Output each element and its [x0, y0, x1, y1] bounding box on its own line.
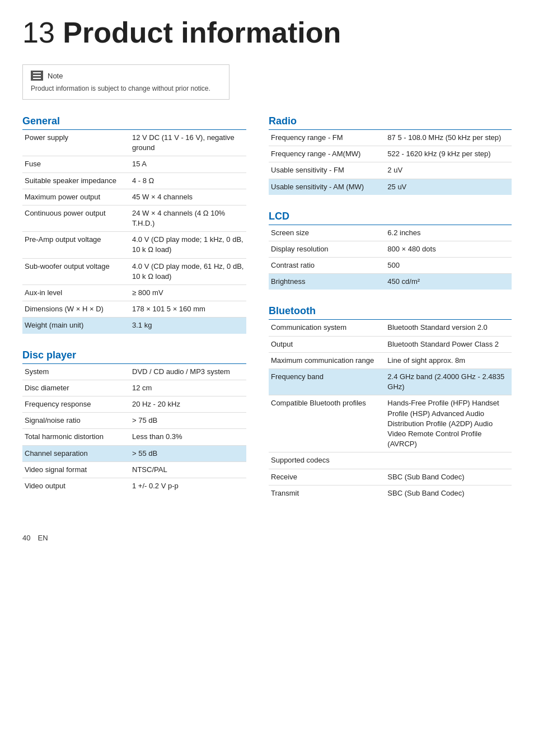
table-row: Frequency response20 Hz - 20 kHz	[22, 396, 246, 412]
table-row: Usable sensitivity - FM2 uV	[269, 162, 512, 179]
table-row: Communication systemBluetooth Standard v…	[269, 320, 512, 336]
table-row: Display resolution800 × 480 dots	[269, 241, 512, 257]
table-row: SystemDVD / CD audio / MP3 system	[22, 364, 246, 380]
table-row: Dimensions (W × H × D)178 × 101 5 × 160 …	[22, 301, 246, 318]
general-table: Power supply12 V DC (11 V - 16 V), negat…	[22, 130, 246, 334]
lcd-table: Screen size6.2 inchesDisplay resolution8…	[269, 225, 512, 290]
table-row: Brightness450 cd/m²	[269, 274, 512, 290]
table-row: Frequency band2.4 GHz band (2.4000 GHz -…	[269, 369, 512, 395]
table-row: Usable sensitivity - AM (MW)25 uV	[269, 179, 512, 195]
radio-table: Frequency range - FM87 5 - 108.0 MHz (50…	[269, 130, 512, 195]
bluetooth-section: Bluetooth Communication systemBluetooth …	[269, 305, 512, 501]
table-row: Suitable speaker impedance4 - 8 Ω	[22, 172, 246, 189]
table-row: Frequency range - AM(MW)522 - 1620 kHz (…	[269, 146, 512, 162]
page-number: 40 EN	[22, 534, 512, 542]
page-title: 13 Product information	[22, 17, 512, 49]
note-icon	[31, 71, 43, 81]
bluetooth-title: Bluetooth	[269, 305, 512, 320]
bluetooth-table: Communication systemBluetooth Standard v…	[269, 320, 512, 501]
lcd-section: LCD Screen size6.2 inchesDisplay resolut…	[269, 211, 512, 290]
disc-player-title: Disc player	[22, 349, 246, 364]
table-row: Disc diameter12 cm	[22, 380, 246, 396]
table-row: Channel separation> 55 dB	[22, 445, 246, 461]
table-row: OutputBluetooth Standard Power Class 2	[269, 336, 512, 352]
table-row: Fuse15 A	[22, 156, 246, 172]
radio-title: Radio	[269, 115, 512, 130]
table-row: Compatible Bluetooth profilesHands-Free …	[269, 395, 512, 452]
table-row: Maximum power output45 W × 4 channels	[22, 189, 246, 205]
table-row: Contrast ratio500	[269, 258, 512, 274]
radio-section: Radio Frequency range - FM87 5 - 108.0 M…	[269, 115, 512, 195]
general-title: General	[22, 115, 246, 130]
table-row: ReceiveSBC (Sub Band Codec)	[269, 469, 512, 485]
disc-player-table: SystemDVD / CD audio / MP3 systemDisc di…	[22, 364, 246, 494]
table-row: Frequency range - FM87 5 - 108.0 MHz (50…	[269, 130, 512, 146]
lcd-title: LCD	[269, 211, 512, 225]
table-row: Supported codecs	[269, 452, 512, 469]
table-row: Screen size6.2 inches	[269, 225, 512, 241]
note-box: Note Product information is subject to c…	[22, 64, 229, 100]
note-label: Note	[48, 72, 63, 80]
table-row: Continuous power output24 W × 4 channels…	[22, 205, 246, 231]
table-row: Power supply12 V DC (11 V - 16 V), negat…	[22, 130, 246, 156]
note-text: Product information is subject to change…	[31, 84, 221, 94]
table-row: Video signal formatNTSC/PAL	[22, 461, 246, 478]
table-row: Weight (main unit)3.1 kg	[22, 318, 246, 334]
disc-player-section: Disc player SystemDVD / CD audio / MP3 s…	[22, 349, 246, 494]
table-row: Aux-in level≥ 800 mV	[22, 285, 246, 301]
table-row: Sub-woofer output voltage4.0 V (CD play …	[22, 258, 246, 284]
general-section: General Power supply12 V DC (11 V - 16 V…	[22, 115, 246, 334]
table-row: Total harmonic distortionLess than 0.3%	[22, 429, 246, 445]
table-row: Maximum communication rangeLine of sight…	[269, 352, 512, 368]
table-row: TransmitSBC (Sub Band Codec)	[269, 485, 512, 501]
table-row: Pre-Amp output voltage4.0 V (CD play mod…	[22, 232, 246, 258]
table-row: Signal/noise ratio> 75 dB	[22, 413, 246, 429]
table-row: Video output1 +/- 0.2 V p-p	[22, 478, 246, 494]
